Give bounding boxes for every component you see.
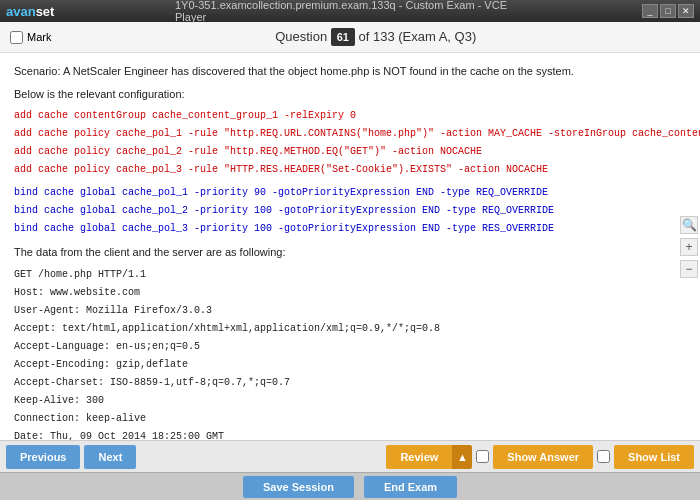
question-total: of 133 (Exam A, Q3) [358, 29, 476, 44]
previous-button[interactable]: Previous [6, 445, 80, 469]
title-bar: avanset 1Y0-351.examcollection.premium.e… [0, 0, 700, 22]
window-controls[interactable]: _ □ ✕ [642, 4, 694, 18]
config-label: Below is the relevant configuration: [14, 86, 686, 103]
title-bar-left: avanset [6, 4, 54, 19]
zoom-in-icon[interactable]: + [680, 238, 698, 256]
show-list-button[interactable]: Show List [614, 445, 694, 469]
review-dropdown-button[interactable]: ▲ [452, 445, 472, 469]
minimize-button[interactable]: _ [642, 4, 658, 18]
zoom-out-icon[interactable]: − [680, 260, 698, 278]
http-req-line-10: Date: Thu, 09 Oct 2014 18:25:00 GMT [14, 429, 686, 441]
review-button[interactable]: Review [386, 445, 452, 469]
save-session-button[interactable]: Save Session [243, 476, 354, 498]
end-exam-button[interactable]: End Exam [364, 476, 457, 498]
config-line-3: add cache policy cache_pol_2 -rule "http… [14, 144, 686, 159]
http-req-line-5: Accept-Language: en-us;en;q=0.5 [14, 339, 686, 354]
http-req-line-7: Accept-Charset: ISO-8859-1,utf-8;q=0.7,*… [14, 375, 686, 390]
action-bar: Save Session End Exam [0, 472, 700, 500]
http-req-line-2: Host: www.website.com [14, 285, 686, 300]
show-answer-wrap: Show Answer [476, 445, 593, 469]
search-icon[interactable]: 🔍 [680, 216, 698, 234]
maximize-button[interactable]: □ [660, 4, 676, 18]
http-request: GET /home.php HTTP/1.1 Host: www.website… [14, 267, 686, 441]
show-answer-checkbox[interactable] [476, 450, 489, 463]
question-label: Question [275, 29, 327, 44]
question-number-badge: 61 [331, 28, 355, 46]
mark-checkbox[interactable] [10, 31, 23, 44]
config-line-2: add cache policy cache_pol_1 -rule "http… [14, 126, 686, 141]
show-answer-button[interactable]: Show Answer [493, 445, 593, 469]
mark-label: Mark [27, 31, 51, 43]
data-label: The data from the client and the server … [14, 244, 686, 261]
question-info: Question 61 of 133 (Exam A, Q3) [61, 28, 690, 46]
show-list-checkbox[interactable] [597, 450, 610, 463]
next-button[interactable]: Next [84, 445, 136, 469]
http-req-line-1: GET /home.php HTTP/1.1 [14, 267, 686, 282]
http-req-line-9: Connection: keep-alive [14, 411, 686, 426]
http-req-line-3: User-Agent: Mozilla Firefox/3.0.3 [14, 303, 686, 318]
question-bar: Mark Question 61 of 133 (Exam A, Q3) [0, 22, 700, 53]
http-req-line-6: Accept-Encoding: gzip,deflate [14, 357, 686, 372]
http-req-line-4: Accept: text/html,application/xhtml+xml,… [14, 321, 686, 336]
config-lines: add cache contentGroup cache_content_gro… [14, 108, 686, 177]
main-area: Mark Question 61 of 133 (Exam A, Q3) Sce… [0, 22, 700, 500]
window-title: 1Y0-351.examcollection.premium.exam.133q… [175, 0, 525, 23]
config-line-4: add cache policy cache_pol_3 -rule "HTTP… [14, 162, 686, 177]
show-list-wrap: Show List [597, 445, 694, 469]
bind-line-3: bind cache global cache_pol_3 -priority … [14, 221, 686, 236]
config-line-1: add cache contentGroup cache_content_gro… [14, 108, 686, 123]
logo-area: avanset [6, 4, 54, 19]
scenario-text: Scenario: A NetScaler Engineer has disco… [14, 63, 686, 80]
bind-lines: bind cache global cache_pol_1 -priority … [14, 185, 686, 236]
logo: avanset [6, 4, 54, 19]
close-button[interactable]: ✕ [678, 4, 694, 18]
review-wrap: Review ▲ [386, 445, 472, 469]
scroll-controls: 🔍 + − [680, 216, 698, 278]
mark-section: Mark [10, 31, 51, 44]
content-area: Scenario: A NetScaler Engineer has disco… [0, 53, 700, 440]
bind-line-1: bind cache global cache_pol_1 -priority … [14, 185, 686, 200]
bind-line-2: bind cache global cache_pol_2 -priority … [14, 203, 686, 218]
http-req-line-8: Keep-Alive: 300 [14, 393, 686, 408]
nav-bar: Previous Next Review ▲ Show Answer Show … [0, 440, 700, 472]
